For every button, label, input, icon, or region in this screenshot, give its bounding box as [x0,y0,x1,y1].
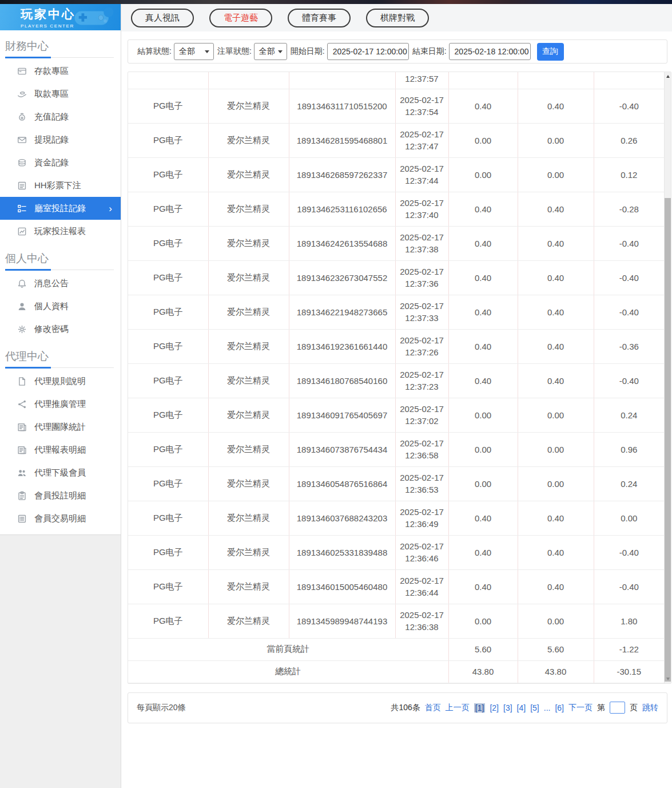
scrollbar-thumb[interactable] [665,198,671,682]
bet-cell: 0.00 [448,398,518,432]
provider-cell: PG电子 [128,226,208,260]
first-page-link[interactable]: 首页 [425,703,441,713]
sidebar-menu-item[interactable]: 代理下級會員 [0,461,121,484]
game-category-tab[interactable]: 棋牌對戰 [366,9,429,27]
sidebar-menu-item[interactable]: 個人資料 [0,295,121,318]
jump-button[interactable]: 跳转 [642,703,658,713]
table-row: PG电子 爱尔兰精灵 1891346054876516864 2025-02-1… [128,466,664,501]
win-loss-cell: -0.28 [594,192,664,226]
sidebar-menu-item[interactable]: 消息公告 [0,272,121,295]
game-category-tab[interactable]: 體育賽事 [288,9,351,27]
bell-icon [17,279,27,288]
next-page-link[interactable]: 下一页 [568,703,593,713]
prev-page-link[interactable]: 上一页 [446,703,470,713]
game-category-tab[interactable]: 真人視訊 [131,9,194,27]
page-number-link[interactable]: [3] [503,703,512,712]
sidebar-menu-item[interactable]: 玩家投注報表 [0,220,121,243]
scroll-up-button[interactable] [665,72,671,81]
game-cell: 爱尔兰精灵 [208,89,289,123]
time-cell: 2025-02-1712:37:38 [395,226,448,260]
order-id-cell: 1891346221948273665 [289,295,395,329]
settle-status-select[interactable]: 全部 [174,43,214,60]
time-cell: 2025-02-1712:36:58 [395,432,448,466]
time-cell: 2025-02-1712:37:47 [395,123,448,157]
bet-cell: 0.40 [448,329,518,363]
win-loss-cell: -0.40 [594,295,664,329]
valid-bet-cell [518,72,594,89]
page-number-link[interactable]: [2] [490,703,499,712]
sidebar-menu-item[interactable]: 提現記錄 [0,128,121,151]
bet-cell: 0.00 [448,432,518,466]
game-cell: 爱尔兰精灵 [208,535,289,569]
game-cell: 爱尔兰精灵 [208,295,289,329]
order-id-cell: 1891346242613554688 [289,226,395,260]
sidebar-menu-item[interactable]: 資金記錄 [0,151,121,174]
search-button[interactable]: 查詢 [537,43,564,61]
order-status-select[interactable]: 全部 [254,43,287,60]
sidebar-menu-item[interactable]: 代理報表明細 [0,438,121,461]
page-number-link[interactable]: [6] [555,703,564,712]
provider-cell: PG电子 [128,260,208,295]
bet-cell [448,72,518,89]
summary-valid-bet-cell: 5.60 [518,638,594,660]
table-row: PG电子 爱尔兰精灵 1891346253116102656 2025-02-1… [128,192,664,226]
provider-cell: PG电子 [128,398,208,432]
game-cell: 爱尔兰精灵 [208,123,289,157]
table-row: PG电子 爱尔兰精灵 1891346015005460480 2025-02-1… [128,569,664,604]
sidebar-menu-item[interactable]: 代理推廣管理 [0,393,121,415]
time-cell: 2025-02-1712:37:36 [395,260,448,295]
win-loss-cell: -0.40 [594,569,664,604]
menu-item-label: 會員交易明細 [34,513,86,524]
card-icon [17,66,27,76]
game-cell [208,72,289,89]
summary-bet-cell: 43.80 [448,660,518,683]
valid-bet-cell: 0.40 [518,535,594,569]
pagination-ellipsis: ... [544,703,551,712]
menu-item-label: 代理團隊統計 [34,422,86,433]
end-date-input[interactable]: 2025-02-18 12:00:00 [449,43,531,60]
table-row: PG电子 爱尔兰精灵 1891346073876754434 2025-02-1… [128,432,664,466]
menu-item-label: 修改密碼 [34,324,69,335]
win-loss-cell: -0.40 [594,226,664,260]
sidebar-menu-item[interactable]: 代理規則說明 [0,370,121,393]
sidebar-menu-item[interactable]: 代理團隊統計 [0,415,121,438]
sidebar-menu-item[interactable]: 存款專區 [0,60,121,82]
sidebar-menu-item[interactable]: 修改密碼 [0,318,121,340]
sidebar-menu-item[interactable]: 廳室投註記錄 › [0,197,121,220]
page-number-link[interactable]: [5] [530,703,539,712]
page-number-link[interactable]: [4] [517,703,526,712]
table-scrollbar[interactable] [664,72,671,683]
page-jump-input[interactable] [610,702,625,714]
list-icon [17,514,27,524]
sidebar-menu-item[interactable]: 會員交易明細 [0,507,121,530]
sidebar-menu-item[interactable]: 會員投註明細 [0,484,121,507]
scroll-down-button[interactable] [665,675,671,683]
hand-coins-icon [17,89,27,99]
report-icon [17,422,27,432]
valid-bet-cell: 0.00 [518,604,594,638]
sidebar-menu-item[interactable]: 充值記錄 [0,105,121,128]
order-id-cell: 1891346281595468801 [289,123,395,157]
valid-bet-cell: 0.00 [518,466,594,501]
start-date-input[interactable]: 2025-02-17 12:00:00 [327,43,409,60]
summary-label-cell: 當前頁統計 [128,638,448,660]
order-id-cell: 1891346073876754434 [289,432,395,466]
time-cell: 12:37:57 [395,72,448,89]
sidebar-menu: 財務中心 存款專區 取款專區 充值記錄 [0,30,121,535]
sidebar-menu-item[interactable]: HH彩票下注 [0,174,121,197]
report-icon [17,445,27,455]
valid-bet-cell: 0.40 [518,89,594,123]
game-category-tab[interactable]: 電子遊藝 [209,9,272,27]
sidebar-menu-item[interactable]: 取款專區 [0,82,121,105]
provider-cell: PG电子 [128,501,208,535]
per-page-label: 每頁顯示20條 [137,703,186,713]
valid-bet-cell: 0.40 [518,501,594,535]
win-loss-cell: 0.24 [594,466,664,501]
table-row: PG电子 爱尔兰精灵 1891346242613554688 2025-02-1… [128,226,664,260]
table-row: PG电子 爱尔兰精灵 1891346180768540160 2025-02-1… [128,363,664,398]
gamepad-icon [69,5,118,30]
page-number-link[interactable]: [1] [474,703,486,712]
valid-bet-cell: 0.40 [518,192,594,226]
game-cell: 爱尔兰精灵 [208,398,289,432]
valid-bet-cell: 0.00 [518,432,594,466]
